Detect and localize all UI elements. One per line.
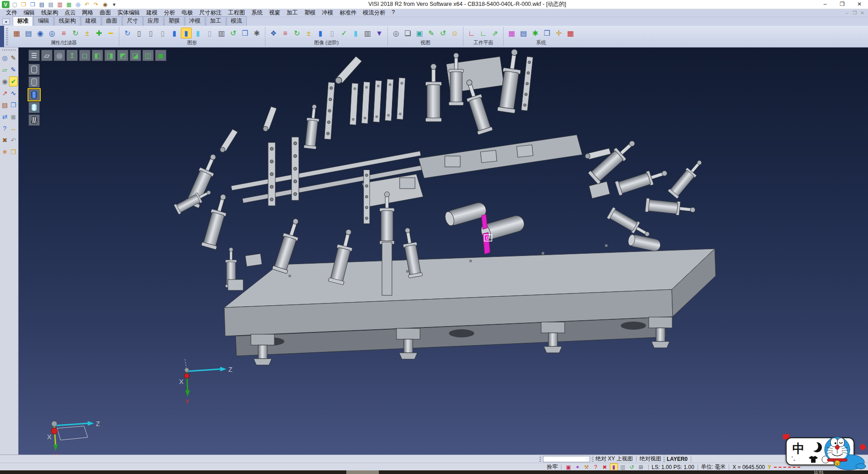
context-help-icon[interactable]: ? [592,463,600,471]
auto-rotate-icon[interactable]: ↺ [628,463,636,471]
wireframe-mode-icon[interactable] [28,64,40,75]
cad-model[interactable]: Z Y X Z Y [19,47,868,455]
copy-shading-icon[interactable]: ❒ [240,28,250,38]
menu-drawing[interactable]: 工程图 [225,9,249,17]
save-as-icon[interactable]: ▤ [47,1,55,8]
actual-size-icon[interactable]: ▣ [414,28,425,38]
zoom-solid-icon[interactable]: ◉ [0,76,9,86]
regen-shading-icon[interactable]: ↻ [122,28,133,38]
confirm-check-icon[interactable]: ✔ [9,76,18,86]
grid-window-icon[interactable]: ⊞ [637,463,645,471]
tab-edit[interactable]: 编辑 [33,16,54,26]
tab-molding[interactable]: 塑膜 [164,16,184,26]
view-cube-back-icon[interactable]: ◧ [92,50,103,61]
page-preview-icon[interactable]: ▤ [23,28,34,38]
zoom-view-icon[interactable]: ◎ [0,53,9,63]
menu-mold[interactable]: 塑模 [301,9,319,17]
menu-electrode[interactable]: 电极 [179,9,196,17]
menu-mesh[interactable]: 网格 [79,9,97,17]
window-config-icon[interactable]: ❒ [542,28,552,38]
undo-icon[interactable]: ↶ [83,1,91,8]
tab-application[interactable]: 应用 [143,16,164,26]
shaded-edges-cylinder-icon[interactable]: ▮ [181,28,192,38]
dashed-cylinder-icon[interactable]: ▯ [157,28,168,38]
plusminus-filter-icon[interactable]: ± [303,28,314,38]
tab-surface[interactable]: 曲面 [102,16,122,26]
refresh-visibility-icon[interactable]: ↻ [70,28,81,38]
delete-icon[interactable]: ✖ [0,135,9,145]
remove-visible-icon[interactable]: ━ [105,28,116,38]
search-icon[interactable]: ◉ [101,1,109,8]
menu-solid-edit[interactable]: 实体编辑 [114,9,143,17]
help-question-icon[interactable]: ? [0,123,9,133]
hatch-view-cylinder-icon[interactable]: ▥ [362,28,373,38]
hide-remove-eye-icon[interactable]: ◎ [47,28,57,38]
view-cube-right-icon[interactable]: ◩ [117,50,128,61]
import-file-icon[interactable]: ❒ [29,1,37,8]
toolbar-drag-handle[interactable] [6,28,8,45]
shaded-mode-icon[interactable] [28,89,40,100]
workplane-grid-icon[interactable]: ▱ [0,65,9,75]
tab-machining[interactable]: 加工 [206,16,226,26]
toolbar-options-caret[interactable]: ▾ [110,1,118,8]
base-plate[interactable] [224,244,716,356]
menu-dimension[interactable]: 尺寸标注 [196,9,225,17]
selection-wand-icon[interactable]: ✦ [574,463,582,471]
check-cylinder-icon[interactable]: ✓ [339,28,349,38]
menu-standard-parts[interactable]: 标准件 [336,9,360,17]
origin-axis-icon[interactable]: ↥ [66,50,78,61]
view-cube-bottom-icon[interactable]: ◫ [142,50,154,61]
traffic-filter-icon[interactable]: ≡ [280,28,291,38]
menu-machining[interactable]: 加工 [283,9,301,17]
selection-hand-icon[interactable]: ✛ [553,28,564,38]
active-layer-indicator[interactable]: LAYER0 [667,456,688,462]
model-viewport[interactable]: ☰▱◎↥◻◧◨◩◪◫◼ [19,47,868,455]
save-icon[interactable]: ▤ [38,1,46,8]
workplane-indicator-icon[interactable]: ▮ [610,463,618,471]
box-show-add-icon[interactable]: ❖ [268,28,279,38]
view-cube-left-icon[interactable]: ◨ [104,50,116,61]
mdi-minimize-button[interactable]: – [843,10,851,15]
units-indicator[interactable]: 单位: 毫米 [701,463,726,471]
mdi-close-button[interactable]: ✕ [859,10,866,15]
open-file-icon[interactable]: ❒ [20,1,28,8]
modify-hammer-icon[interactable]: ⚒ [583,463,591,471]
edit-curve-icon[interactable]: ✎ [9,65,18,75]
visibility-traffic-light-icon[interactable]: ≡ [58,28,69,38]
zoom-search-icon[interactable]: ◎ [391,28,401,38]
regenerate-icon[interactable]: ⇄ [0,112,9,122]
measure-icon[interactable]: ↔ [9,123,18,133]
navigate-wheel-icon[interactable]: ✳ [0,147,9,157]
tab-modeling[interactable]: 建模 [81,16,101,26]
view-cube-front-icon[interactable]: ◻ [79,50,90,61]
shaded-view-cylinder-icon[interactable]: ▮ [315,28,326,38]
shading-options-icon[interactable]: ✱ [251,28,262,38]
menu-system[interactable]: 系统 [248,9,266,17]
hidden-line-mode-icon[interactable] [28,76,40,88]
menu-die[interactable]: 冲模 [319,9,336,17]
move-ucs-icon[interactable]: ↗ [0,88,9,98]
export-icon[interactable]: ▥ [56,1,64,8]
menu-pointcloud[interactable]: 点云 [61,9,79,17]
undo-step-icon[interactable]: ↶ [9,135,18,145]
zoom-window-icon[interactable]: ❏ [402,28,413,38]
options-wrench-icon[interactable]: ✱ [530,28,541,38]
redo-icon[interactable]: ↷ [92,1,100,8]
flat-view-cylinder-icon[interactable]: ▯ [327,28,338,38]
hatched-mode-icon[interactable] [28,114,40,126]
zoom-model-icon[interactable]: ◎ [54,50,65,61]
menu-analysis[interactable]: 分析 [161,9,179,17]
menu-help[interactable]: ? [389,9,398,17]
menu-edit[interactable]: 编辑 [20,9,38,17]
menu-window[interactable]: 视窗 [266,9,283,17]
workplane-axis-icon[interactable]: ∟ [466,28,477,38]
shaded-cylinder-icon[interactable]: ▮ [169,28,180,38]
spline-edit-icon[interactable]: ∿ [9,88,18,98]
layer-bar-icon[interactable]: ▥ [619,463,627,471]
system-settings-icon[interactable]: ▤ [518,28,529,38]
view-cube-iso-icon[interactable]: ◼ [155,50,166,61]
menu-modeling[interactable]: 建模 [143,9,161,17]
view-reference-indicator[interactable]: 绝对视图 [640,455,661,463]
restore-button[interactable]: ❐ [834,0,851,9]
tab-standard[interactable]: 标准 [13,16,33,26]
